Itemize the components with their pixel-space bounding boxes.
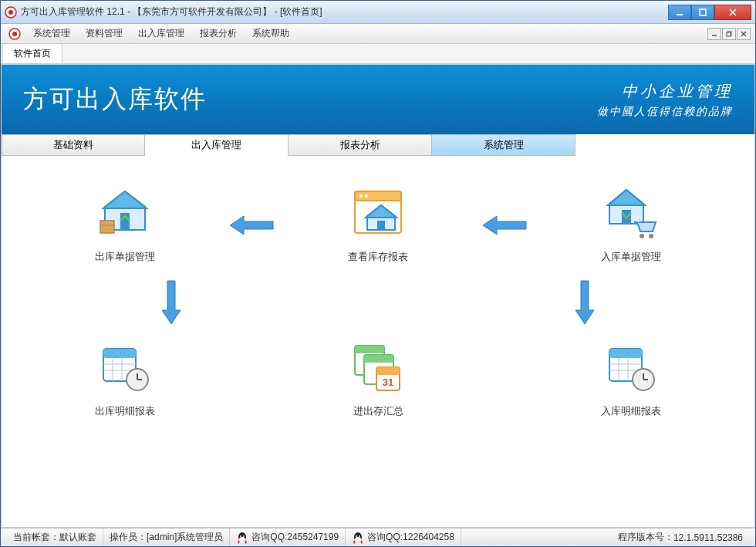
svg-point-64 — [355, 537, 361, 542]
svg-point-62 — [243, 535, 245, 537]
feature-label: 入库单据管理 — [601, 250, 661, 264]
menu-system[interactable]: 系统管理 — [25, 24, 78, 43]
svg-point-30 — [640, 234, 644, 238]
svg-marker-14 — [103, 191, 147, 208]
status-qq1-label: 咨询QQ:2455247199 — [251, 531, 339, 544]
status-operator-label: 操作员： — [110, 531, 147, 544]
status-account-label: 当前帐套： — [13, 531, 59, 544]
app-icon — [5, 6, 17, 19]
svg-marker-28 — [608, 190, 645, 205]
menu-data[interactable]: 资料管理 — [78, 24, 130, 43]
calendar-clock-icon — [603, 341, 659, 397]
feature-label: 出库单据管理 — [95, 250, 155, 264]
feature-view-stock[interactable]: 查看库存报表 — [316, 187, 440, 264]
house-box-icon — [97, 187, 153, 242]
arrow-down-icon — [160, 279, 183, 326]
feature-outbound-order[interactable]: 出库单据管理 — [63, 187, 187, 264]
status-version: 程序版本号： 12.1.5911.52386 — [612, 528, 749, 546]
document-tab-home[interactable]: 软件首页 — [2, 43, 62, 63]
arrow-left-icon — [481, 214, 528, 237]
qq-icon — [236, 532, 248, 544]
mdi-close-button[interactable] — [737, 28, 751, 40]
mdi-restore-button[interactable] — [722, 28, 736, 40]
arrow-holder — [523, 279, 646, 326]
status-qq2[interactable]: 咨询QQ:1226404258 — [346, 528, 461, 546]
content-area: 方可出入库软件 中小企业管理 做中國人值得信赖的品牌 基础资料 出入库管理 报表… — [1, 64, 755, 528]
status-account-value: 默认账套 — [59, 531, 96, 544]
navtab-system[interactable]: 系统管理 — [432, 134, 575, 156]
banner: 方可出入库软件 中小企业管理 做中國人值得信赖的品牌 — [2, 65, 754, 134]
mdi-controls — [707, 28, 752, 40]
calendar-clock-icon — [97, 341, 153, 397]
svg-rect-46 — [364, 355, 393, 363]
feature-inbound-order[interactable]: 入库单据管理 — [569, 187, 693, 264]
status-version-label: 程序版本号： — [618, 531, 673, 544]
menubar: 系统管理 资料管理 出入库管理 报表分析 系统帮助 — [1, 24, 755, 44]
svg-point-65 — [356, 535, 357, 537]
mdi-minimize-button[interactable] — [707, 28, 721, 40]
arrow-left-icon — [228, 214, 275, 237]
navtab-basic[interactable]: 基础资料 — [2, 134, 145, 156]
navtab-inout[interactable]: 出入库管理 — [145, 134, 289, 156]
status-qq2-label: 咨询QQ:1226404258 — [367, 531, 454, 544]
banner-subtitle1: 中小企业管理 — [597, 81, 733, 102]
banner-title: 方可出入库软件 — [23, 83, 597, 116]
svg-rect-10 — [727, 32, 731, 36]
svg-point-60 — [239, 537, 245, 542]
svg-rect-51 — [609, 349, 642, 358]
banner-subtitle2: 做中國人值得信赖的品牌 — [597, 105, 733, 119]
calendar-stack-icon: 31 — [350, 341, 406, 397]
statusbar: 当前帐套： 默认账套 操作员： [admin]系统管理员 咨询QQ:245524… — [1, 528, 755, 546]
status-operator-value: [admin]系统管理员 — [147, 531, 223, 544]
svg-rect-44 — [355, 346, 384, 353]
svg-marker-18 — [230, 216, 273, 235]
svg-rect-25 — [377, 221, 385, 230]
status-qq1[interactable]: 咨询QQ:2455247199 — [230, 528, 346, 546]
menu-inout[interactable]: 出入库管理 — [130, 24, 192, 43]
status-account: 当前帐套： 默认账套 — [7, 528, 103, 546]
window-title: 方可出入库管理软件 12.1 - 【东莞市方可软件开发有限公司】 - [软件首页… — [21, 5, 668, 19]
svg-point-7 — [12, 32, 17, 36]
feature-row-1: 出库单据管理 查看库存报表 — [63, 187, 693, 264]
status-version-value: 12.1.5911.52386 — [673, 532, 743, 543]
feature-label: 出库明细报表 — [95, 404, 155, 418]
svg-point-22 — [365, 194, 368, 198]
arrow-holder — [110, 279, 233, 326]
feature-summary-report[interactable]: 31 进出存汇总 — [316, 341, 440, 418]
workspace: 出库单据管理 查看库存报表 — [2, 156, 754, 527]
svg-rect-16 — [100, 221, 114, 233]
maximize-button[interactable] — [691, 5, 714, 20]
feature-label: 入库明细报表 — [601, 404, 661, 418]
app-window: 方可出入库管理软件 12.1 - 【东莞市方可软件开发有限公司】 - [软件首页… — [0, 0, 756, 547]
document-tab-bar: 软件首页 — [1, 44, 755, 64]
banner-right: 中小企业管理 做中國人值得信赖的品牌 — [597, 81, 733, 119]
window-controls — [668, 5, 751, 20]
feature-label: 进出存汇总 — [353, 404, 403, 418]
svg-point-66 — [359, 535, 360, 537]
svg-marker-33 — [575, 281, 594, 324]
arrow-down-icon — [573, 279, 596, 326]
svg-point-1 — [8, 10, 13, 15]
titlebar: 方可出入库管理软件 12.1 - 【东莞市方可软件开发有限公司】 - [软件首页… — [1, 1, 755, 24]
window-house-icon — [350, 187, 406, 242]
svg-rect-48 — [376, 367, 400, 375]
close-button[interactable] — [714, 5, 751, 20]
menu-help[interactable]: 系统帮助 — [245, 24, 297, 43]
menu-report[interactable]: 报表分析 — [192, 24, 245, 43]
house-cart-icon — [603, 187, 659, 242]
nav-tabs: 基础资料 出入库管理 报表分析 系统管理 — [2, 134, 754, 156]
arrow-spacer — [316, 279, 440, 326]
menu-app-icon — [8, 28, 21, 40]
feature-outbound-report[interactable]: 出库明细报表 — [63, 341, 187, 418]
svg-point-61 — [240, 535, 241, 537]
feature-row-2: 出库明细报表 31 进出存汇总 入库明细报表 — [63, 341, 693, 418]
down-arrows-row — [63, 264, 693, 341]
status-operator: 操作员： [admin]系统管理员 — [103, 528, 230, 546]
navtab-report[interactable]: 报表分析 — [289, 134, 432, 156]
feature-label: 查看库存报表 — [348, 250, 408, 264]
minimize-button[interactable] — [668, 5, 691, 20]
svg-rect-35 — [103, 349, 136, 358]
feature-inbound-report[interactable]: 入库明细报表 — [569, 341, 693, 418]
svg-text:31: 31 — [383, 376, 393, 388]
svg-marker-26 — [483, 216, 526, 235]
